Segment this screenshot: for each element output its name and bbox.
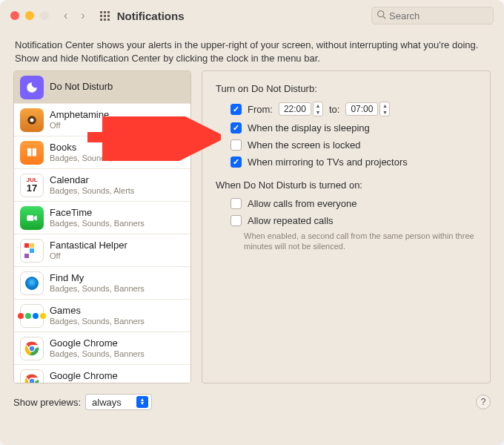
zoom-icon [40,11,49,20]
back-button[interactable]: ‹ [64,9,67,22]
sidebar-item-subtitle: Badges, Sounds, Banners [50,382,145,383]
search-input[interactable] [389,10,488,22]
sidebar-item-chrome[interactable]: Google ChromeBadges, Sounds, Banners [14,365,190,383]
show-previews-select[interactable]: always ▲▼ [85,394,152,410]
locked-label: When the screen is locked [248,139,360,151]
nav-controls: ‹ › [64,9,85,22]
amp-app-icon [20,108,44,132]
sidebar-item-findmy[interactable]: Find MyBadges, Sounds, Banners [14,267,190,300]
sidebar-item-books[interactable]: BooksBadges, Sounds, Banners [14,136,190,169]
dnd-section-title: Turn on Do Not Disturb: [216,83,477,94]
sidebar-item-subtitle: Badges, Sounds, Alerts [50,186,134,195]
show-previews-label: Show previews: [13,397,81,408]
sidebar-item-label: Google Chrome [50,338,145,349]
window-title: Notifications [117,10,185,22]
sidebar-item-subtitle: Badges, Sounds, Banners [50,154,145,162]
sidebar-item-label: Google Chrome [50,371,145,381]
from-time-field[interactable]: 22:00 [279,102,311,116]
select-chevrons-icon: ▲▼ [136,396,148,408]
sidebar-item-label: Do Not Disturb [50,82,113,92]
sidebar-item-label: Find My [50,273,145,283]
fant-app-icon [20,239,44,263]
help-button[interactable]: ? [476,395,491,409]
sidebar-item-subtitle: Badges, Sounds, Banners [50,349,145,358]
dnd-settings-panel: Turn on Do Not Disturb: From: 22:00 ▲▼ t… [202,70,491,383]
sidebar-item-facetime[interactable]: FaceTimeBadges, Sounds, Banners [14,202,190,234]
from-checkbox[interactable] [231,104,242,115]
sleep-checkbox[interactable] [231,122,242,134]
to-time-stepper[interactable]: ▲▼ [379,102,390,116]
minimize-icon[interactable] [25,11,34,20]
findmy-app-icon [20,271,44,295]
sidebar-item-subtitle: Off [50,121,109,130]
books-app-icon [20,141,44,165]
repeated-calls-checkbox[interactable] [231,215,242,226]
dnd-app-icon [20,76,44,99]
sidebar-item-label: Calendar [50,175,134,185]
sidebar-item-chrome[interactable]: Google ChromeBadges, Sounds, Banners [14,332,190,365]
svg-line-1 [383,16,385,19]
facetime-app-icon [20,206,44,230]
locked-checkbox[interactable] [231,139,242,151]
titlebar: ‹ › Notifications [0,0,504,31]
svg-rect-4 [27,215,33,221]
apps-sidebar: Do Not DisturbAmphetamineOffBooksBadges,… [13,70,191,383]
svg-point-3 [30,118,34,122]
close-icon[interactable] [10,11,19,20]
allow-calls-checkbox[interactable] [231,198,242,209]
sidebar-item-subtitle: Badges, Sounds, Banners [50,317,145,326]
from-time-stepper[interactable]: ▲▼ [313,102,323,116]
grid-icon[interactable] [100,11,110,21]
sidebar-item-label: Amphetamine [50,110,109,120]
allow-calls-label: Allow calls from everyone [248,198,357,209]
sidebar-item-subtitle: Badges, Sounds, Banners [50,284,145,293]
chrome-app-icon [20,369,44,383]
sidebar-item-dnd[interactable]: Do Not Disturb [14,71,190,104]
sidebar-item-label: Games [50,306,145,316]
search-icon [377,10,386,22]
svg-point-0 [378,11,384,17]
cal-app-icon: JUL17 [20,174,44,197]
chrome-app-icon [20,337,44,360]
repeated-calls-note: When enabled, a second call from the sam… [244,231,477,252]
sidebar-item-label: Fantastical Helper [50,240,127,251]
sidebar-item-label: FaceTime [50,208,145,218]
sidebar-item-amp[interactable]: AmphetamineOff [14,104,190,136]
dnd-on-section-title: When Do Not Disturb is turned on: [216,179,477,191]
sidebar-item-subtitle: Off [50,251,127,260]
sidebar-item-cal[interactable]: JUL17CalendarBadges, Sounds, Alerts [14,169,190,202]
games-app-icon [20,304,44,328]
show-previews-value: always [92,397,122,408]
sidebar-item-label: Books [50,142,145,153]
repeated-calls-label: Allow repeated calls [248,215,334,226]
sidebar-item-subtitle: Badges, Sounds, Banners [50,219,145,228]
mirror-label: When mirroring to TVs and projectors [248,156,408,168]
sidebar-item-games[interactable]: GamesBadges, Sounds, Banners [14,300,190,332]
sidebar-item-fant[interactable]: Fantastical HelperOff [14,234,190,267]
traffic-lights [10,11,49,20]
sleep-label: When the display is sleeping [248,122,370,134]
footer: Show previews: always ▲▼ ? [0,388,504,416]
mirror-checkbox[interactable] [231,156,242,168]
search-field[interactable] [371,7,494,24]
forward-button[interactable]: › [81,9,84,22]
from-label: From: [248,104,273,115]
pane-description: Notification Center shows your alerts in… [0,31,504,70]
to-time-field[interactable]: 07:00 [345,102,378,116]
to-label: to: [329,104,339,115]
